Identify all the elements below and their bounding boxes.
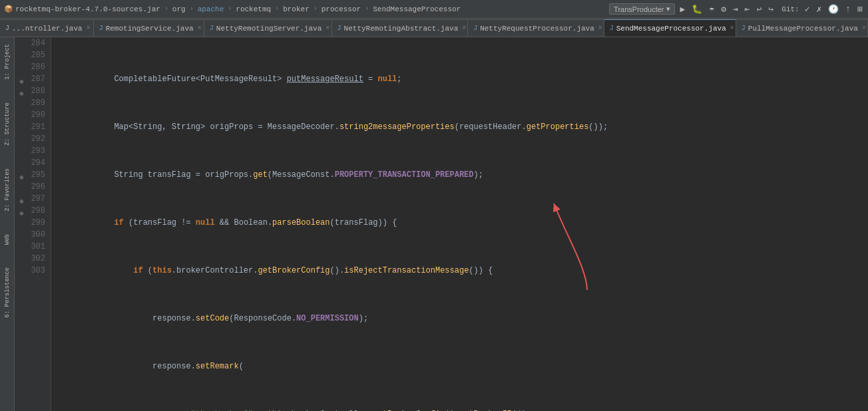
breadcrumb-rocketmq[interactable]: rocketmq <box>236 5 271 13</box>
line-num-289: 289 <box>17 97 45 109</box>
tab-close-pull-msg[interactable]: × <box>862 25 866 32</box>
transproducter-dropdown[interactable]: TransProducter ▾ <box>609 3 674 15</box>
git-check-icon[interactable]: ✓ <box>803 4 811 15</box>
line-num-290: 290 <box>17 109 45 121</box>
tab-controller[interactable]: J ...ntroller.java × <box>0 19 94 37</box>
top-bar: 📦 rocketmq-broker-4.7.0-sources.jar › or… <box>0 0 868 19</box>
breadcrumb-class[interactable]: SendMessageProcessor <box>373 5 461 13</box>
redo-icon[interactable]: ↪ <box>767 4 775 15</box>
tab-close-send-msg[interactable]: × <box>730 25 734 32</box>
breadcrumb-apache[interactable]: apache <box>198 5 224 13</box>
line-numbers: 284 285 286 ◆ 287 ◆ 288 289 290 291 292 … <box>15 37 51 411</box>
line-num-300: 300 <box>17 229 45 241</box>
sidebar-item-structure[interactable]: Z: Structure <box>3 98 12 150</box>
tab-send-msg[interactable]: J SendMessageProcessor.java × <box>604 19 736 37</box>
code-line-284: CompletableFuture<PutMessageResult> putM… <box>57 73 863 85</box>
tab-netty-abstract[interactable]: J NettyRemotingAbstract.java × <box>332 19 469 37</box>
code-container: 284 285 286 ◆ 287 ◆ 288 289 290 291 292 … <box>15 37 868 411</box>
line-num-298: ◆ 298 <box>17 205 45 217</box>
line-num-296: 296 <box>17 181 45 193</box>
tab-netty-req[interactable]: J NettyRequestProcessor.java × <box>468 19 604 37</box>
tab-close-netty-abstract[interactable]: × <box>462 25 466 32</box>
line-num-293: 293 <box>17 145 45 157</box>
jar-name: 📦 rocketmq-broker-4.7.0-sources.jar <box>4 5 160 13</box>
line-num-288: ◆ 288 <box>17 85 45 97</box>
line-num-292: 292 <box>17 133 45 145</box>
window-icon[interactable]: ⊞ <box>856 4 864 15</box>
profile-icon[interactable]: ⚙ <box>720 4 728 15</box>
line-num-297: ◆ 297 <box>17 193 45 205</box>
sidebar-item-favorites[interactable]: 2: Favorites <box>3 164 12 215</box>
code-line-287: if (transFlag != null && Boolean.parseBo… <box>57 217 863 229</box>
code-line-288: if (this.brokerController.getBrokerConfi… <box>57 265 863 277</box>
git-label: Git: <box>781 5 799 13</box>
step2-icon[interactable]: ⇤ <box>744 4 752 15</box>
code-line-289: response.setCode(ResponseCode.NO_PERMISS… <box>57 313 863 325</box>
coverage-icon[interactable]: ☂ <box>708 4 716 15</box>
tab-remoting[interactable]: J RemotingService.java × <box>94 19 204 37</box>
tab-bar: J ...ntroller.java × J RemotingService.j… <box>0 19 868 37</box>
breadcrumb-processor[interactable]: processor <box>322 5 361 13</box>
left-sidebar: 1: Project Z: Structure 2: Favorites Web… <box>0 37 15 411</box>
tab-close-netty-server[interactable]: × <box>326 25 329 32</box>
breadcrumb-broker[interactable]: broker <box>283 5 310 13</box>
line-num-287: ◆ 287 <box>17 73 45 85</box>
line-num-303: 303 <box>17 265 45 277</box>
code-area[interactable]: 284 285 286 ◆ 287 ◆ 288 289 290 291 292 … <box>15 37 868 411</box>
line-num-301: 301 <box>17 241 45 253</box>
sidebar-item-web[interactable]: Web <box>3 230 12 249</box>
undo-icon[interactable]: ↩ <box>756 4 763 15</box>
line-num-295: ◆ 295 <box>17 169 45 181</box>
sidebar-item-project[interactable]: 1: Project <box>3 40 12 84</box>
main-area: 1: Project Z: Structure 2: Favorites Web… <box>0 37 868 411</box>
code-content[interactable]: CompletableFuture<PutMessageResult> putM… <box>51 37 868 411</box>
tab-pull-msg[interactable]: J PullMessageProcessor.java × <box>736 19 868 37</box>
line-num-284: 284 <box>17 37 45 49</box>
line-num-302: 302 <box>17 253 45 265</box>
tab-close-remoting[interactable]: × <box>198 25 202 32</box>
git-history-icon[interactable]: 🕐 <box>827 4 840 15</box>
line-num-299: 299 <box>17 217 45 229</box>
code-line-285: Map<String, String> origProps = MessageD… <box>57 121 863 133</box>
code-line-291: "the broker[" + this.brokerController.ge… <box>57 408 863 411</box>
tab-netty-server[interactable]: J NettyRemotingServer.java × <box>204 19 332 37</box>
line-num-285: 285 <box>17 49 45 61</box>
sidebar-item-persistence[interactable]: 6: Persistence <box>3 263 12 322</box>
line-num-291: 291 <box>17 121 45 133</box>
code-line-286: String transFlag = origProps.get(Message… <box>57 169 863 181</box>
line-num-286: 286 <box>17 61 45 73</box>
toolbar-right: TransProducter ▾ ▶ 🐛 ☂ ⚙ ⇥ ⇤ ↩ ↪ Git: ✓ … <box>609 3 864 15</box>
git-push-icon[interactable]: ↑ <box>844 4 852 14</box>
tab-close-netty-req[interactable]: × <box>598 25 602 32</box>
tab-close-controller[interactable]: × <box>87 25 91 32</box>
debug-icon[interactable]: 🐛 <box>690 4 704 15</box>
line-num-294: 294 <box>17 157 45 169</box>
run-icon[interactable]: ▶ <box>679 4 687 15</box>
step-icon[interactable]: ⇥ <box>732 4 740 15</box>
git-x-icon[interactable]: ✗ <box>815 4 823 15</box>
code-line-290: response.setRemark( <box>57 360 863 372</box>
breadcrumb-org[interactable]: org <box>172 5 186 13</box>
